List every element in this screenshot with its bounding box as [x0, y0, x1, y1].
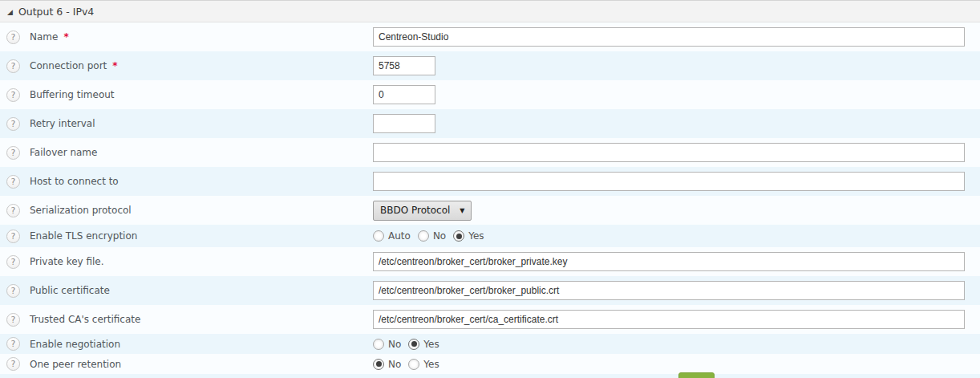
field-label-cell: ?Enable negotiation — [0, 337, 373, 351]
field-value-cell — [373, 252, 965, 271]
radio-option-label: No — [388, 359, 401, 370]
field-label-cell: ?Buffering timeout — [0, 88, 373, 102]
help-icon[interactable]: ? — [6, 175, 20, 189]
radio-option-label: Yes — [423, 359, 439, 370]
help-icon[interactable]: ? — [6, 230, 20, 243]
selected-option-label: BBDO Protocol — [380, 205, 450, 216]
form-row-private-key-file: ?Private key file. — [0, 247, 980, 276]
radio-icon[interactable] — [373, 230, 384, 242]
help-icon[interactable]: ? — [6, 30, 20, 44]
field-value-cell — [373, 27, 965, 47]
help-icon[interactable]: ? — [6, 357, 20, 371]
field-label-cell: ?Trusted CA's certificate — [0, 313, 373, 327]
enable-tls-encryption-radio-auto[interactable]: Auto — [373, 230, 411, 242]
help-icon[interactable]: ? — [6, 284, 20, 298]
broker-output-panel: ◢ Output 6 - IPv4 ?Name*?Connection port… — [0, 0, 980, 378]
enable-negotiation-radio-yes[interactable]: Yes — [408, 339, 439, 350]
form-row-serialization-protocol: ?Serialization protocolBBDO Protocol▼ — [0, 196, 980, 225]
buffering-timeout-input[interactable] — [373, 85, 435, 104]
collapse-icon[interactable]: ◢ — [7, 9, 13, 16]
form-row-enable-tls-encryption: ?Enable TLS encryptionAutoNoYes — [0, 225, 980, 247]
radio-icon[interactable] — [453, 230, 464, 242]
form-row-name: ?Name* — [0, 22, 980, 51]
form-row-failover-name: ?Failover name — [0, 138, 980, 167]
field-label-cell: ?Serialization protocol — [0, 204, 373, 217]
field-label: One peer retention — [30, 359, 121, 370]
help-icon[interactable]: ? — [6, 313, 20, 327]
enable-tls-encryption-radio-yes[interactable]: Yes — [453, 230, 484, 242]
help-icon[interactable]: ? — [6, 59, 20, 73]
public-certificate-input[interactable] — [373, 281, 965, 300]
field-label-cell: ?Connection port* — [0, 59, 373, 73]
help-icon[interactable]: ? — [6, 337, 20, 351]
field-label: Enable negotiation — [30, 339, 120, 350]
radio-option-label: Yes — [423, 339, 439, 350]
form-row-retry-interval: ?Retry interval — [0, 109, 980, 138]
field-label-cell: ?Host to connect to — [0, 175, 373, 189]
field-label: Enable TLS encryption — [30, 230, 137, 242]
help-icon[interactable]: ? — [6, 146, 20, 160]
field-value-cell — [373, 114, 435, 133]
field-label: Retry interval — [30, 118, 95, 129]
radio-icon[interactable] — [373, 359, 384, 370]
failover-name-input[interactable] — [373, 143, 965, 162]
field-label: Public certificate — [30, 285, 110, 296]
form-row-trusted-ca-s-certificate: ?Trusted CA's certificate — [0, 305, 980, 334]
field-label: Private key file. — [30, 256, 104, 267]
field-label-cell: ?Failover name — [0, 146, 373, 160]
field-label: Buffering timeout — [30, 89, 115, 100]
form-row-enable-negotiation: ?Enable negotiationNoYes — [0, 334, 980, 354]
field-value-cell: BBDO Protocol▼ — [373, 201, 472, 221]
help-icon[interactable]: ? — [6, 255, 20, 269]
radio-icon[interactable] — [408, 359, 419, 370]
required-asterisk: * — [63, 31, 68, 43]
host-to-connect-to-input[interactable] — [373, 172, 965, 191]
field-value-cell: NoYes — [373, 359, 447, 370]
radio-option-label: No — [388, 339, 401, 350]
form-row-connection-port: ?Connection port* — [0, 51, 980, 80]
form-row-host-to-connect-to: ?Host to connect to — [0, 167, 980, 196]
field-label: Connection port — [30, 60, 107, 71]
enable-tls-encryption-radio-no[interactable]: No — [418, 230, 446, 242]
form-rows: ?Name*?Connection port*?Buffering timeou… — [0, 22, 980, 374]
serialization-protocol-select[interactable]: BBDO Protocol▼ — [373, 201, 472, 221]
radio-icon[interactable] — [418, 230, 429, 242]
retry-interval-input[interactable] — [373, 114, 435, 133]
section-header[interactable]: ◢ Output 6 - IPv4 — [0, 0, 980, 22]
field-value-cell — [373, 310, 965, 329]
help-icon[interactable]: ? — [6, 204, 20, 217]
one-peer-retention-radio-yes[interactable]: Yes — [408, 359, 439, 370]
field-label: Name — [30, 31, 58, 43]
field-label-cell: ?Retry interval — [0, 117, 373, 131]
one-peer-retention-radio-no[interactable]: No — [373, 359, 401, 370]
field-label: Host to connect to — [30, 176, 119, 187]
partial-next-row — [0, 374, 980, 378]
field-label: Trusted CA's certificate — [30, 314, 140, 325]
field-label-cell: ?Name* — [0, 30, 373, 44]
trusted-ca-s-certificate-input[interactable] — [373, 310, 965, 329]
help-icon[interactable]: ? — [6, 88, 20, 102]
enable-negotiation-radio-no[interactable]: No — [373, 339, 401, 350]
chevron-down-icon: ▼ — [460, 207, 464, 214]
enable-negotiation-radio-group: NoYes — [373, 339, 447, 350]
field-label: Serialization protocol — [30, 205, 132, 216]
field-label-cell: ?Private key file. — [0, 255, 373, 269]
private-key-file-input[interactable] — [373, 252, 965, 271]
radio-icon[interactable] — [373, 339, 384, 350]
radio-option-label: No — [433, 230, 446, 242]
enable-tls-encryption-radio-group: AutoNoYes — [373, 230, 492, 242]
radio-icon[interactable] — [408, 339, 419, 350]
field-value-cell: AutoNoYes — [373, 230, 492, 242]
field-value-cell — [373, 172, 965, 191]
name-input[interactable] — [373, 27, 965, 47]
help-icon[interactable]: ? — [6, 117, 20, 131]
form-row-public-certificate: ?Public certificate — [0, 276, 980, 305]
radio-option-label: Yes — [468, 230, 484, 242]
field-value-cell: NoYes — [373, 339, 447, 350]
field-label-cell: ?One peer retention — [0, 357, 373, 371]
partial-green-button[interactable] — [678, 372, 715, 378]
field-label-cell: ?Public certificate — [0, 284, 373, 298]
connection-port-input[interactable] — [373, 56, 435, 75]
one-peer-retention-radio-group: NoYes — [373, 359, 447, 370]
field-value-cell — [373, 85, 435, 104]
